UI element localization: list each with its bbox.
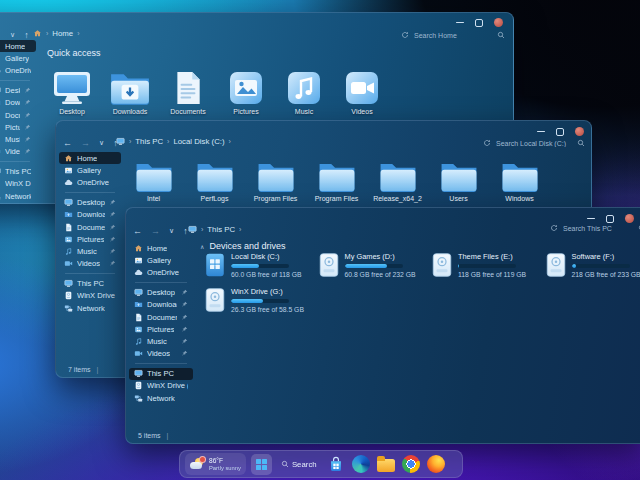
search-icon[interactable] [497,31,505,39]
folder-item-program-files[interactable]: Program Files [306,161,367,202]
maximize-button[interactable] [475,19,483,27]
sidebar-item-network[interactable]: Network [59,302,121,314]
sidebar-item-gallery[interactable]: Gallery [0,52,36,64]
quick-access-item-downloads[interactable]: Downloads [101,59,159,115]
drive-usage-bar [572,264,630,269]
quick-access-item-documents[interactable]: Documents [159,59,217,115]
minimize-button[interactable] [587,218,595,220]
folder-item-program-files[interactable]: Program Files [245,161,306,202]
forward-button[interactable]: → [81,138,90,148]
firefox-button[interactable] [426,454,446,474]
sidebar-item-this-pc[interactable]: This PC [0,166,36,178]
collapse-chevron-icon[interactable]: ∧ [200,243,204,250]
sidebar-item-home[interactable]: Home [129,242,193,254]
sidebar-item-onedrive[interactable]: OneDrive [129,266,193,278]
minimize-button[interactable] [537,131,545,133]
close-button[interactable] [625,214,634,223]
sidebar-item-onedrive[interactable]: OneDrive [0,64,36,76]
sidebar-item-gallery[interactable]: Gallery [59,164,121,176]
sidebar-item-downloads[interactable]: Downloads [0,97,36,109]
sidebar-item-videos[interactable]: Videos [0,146,36,158]
sidebar-item-pictures[interactable]: Pictures [59,233,121,245]
sidebar-item-this-pc[interactable]: This PC [129,368,193,380]
sidebar-item-music[interactable]: Music [129,335,193,347]
sidebar-item-desktop[interactable]: Desktop [59,197,121,209]
sidebar-item-downloads[interactable]: Downloads [59,209,121,221]
sidebar-item-gallery[interactable]: Gallery [129,254,193,266]
back-button[interactable]: ← [63,138,72,148]
breadcrumb-segment-this-pc[interactable]: This PC [207,225,235,234]
up-button[interactable]: ↑ [24,30,29,40]
maximize-button[interactable] [606,215,614,223]
sidebar-item-videos[interactable]: Videos [129,348,193,360]
sidebar-item-onedrive[interactable]: OneDrive [59,176,121,188]
refresh-icon[interactable] [550,224,558,232]
quick-access-item-videos[interactable]: Videos [333,59,391,115]
search-icon[interactable] [577,139,585,147]
drive-usage-fill [345,264,388,269]
drive-item-my-games-d[interactable]: My Games (D:)60.8 GB free of 232 GB [319,252,429,278]
quick-access-item-pictures[interactable]: Pictures [217,59,275,115]
folder-item-release-x64-2[interactable]: Release_x64_2 [367,161,428,202]
sidebar-item-music[interactable]: Music [0,133,36,145]
sidebar-item-pictures[interactable]: Pictures [0,121,36,133]
folder-item-users[interactable]: Users [428,161,489,202]
sidebar-item-documents[interactable]: Documents [0,109,36,121]
sidebar-item-pictures[interactable]: Pictures [129,323,193,335]
quick-access-item-desktop[interactable]: Desktop [43,59,101,115]
refresh-icon[interactable] [483,139,491,147]
quick-access-item-music[interactable]: Music [275,59,333,115]
close-button[interactable] [494,18,503,27]
search-input[interactable]: Search Local Disk (C:) [496,140,572,147]
drive-item-local-disk-c[interactable]: Local Disk (C:)60.0 GB free of 118 GB [205,252,315,278]
search-input[interactable]: Search This PC [563,225,633,232]
back-button[interactable]: ← [133,226,142,236]
folder-item-perflogs[interactable]: PerfLogs [184,161,245,202]
up-button[interactable]: ↑ [183,226,188,236]
sidebar-item-music[interactable]: Music [59,245,121,257]
chevron-down-icon[interactable]: ∨ [99,138,104,148]
close-button[interactable] [575,127,584,136]
drive-item-theme-files-e[interactable]: Theme Files (E:)118 GB free of 119 GB [432,252,542,278]
sidebar-item-documents[interactable]: Documents [59,221,121,233]
maximize-button[interactable] [556,128,564,136]
sidebar-item-desktop[interactable]: Desktop [0,85,36,97]
drive-name: Local Disk (C:) [231,252,315,261]
breadcrumb-segment-local-disk-c[interactable]: Local Disk (C:) [173,137,224,146]
sidebar-item-home[interactable]: Home [0,40,36,52]
folder-item-windows[interactable]: Windows [489,161,550,202]
file-explorer-button[interactable] [376,454,396,474]
sidebar-item-network[interactable]: Network [129,392,193,404]
sidebar-item-desktop[interactable]: Desktop [129,287,193,299]
drive-item-winx-drive-g[interactable]: WinX Drive (G:)26.3 GB free of 58.5 GB [205,287,315,313]
sidebar-item-videos[interactable]: Videos [59,258,121,270]
sidebar-item-this-pc[interactable]: This PC [59,278,121,290]
forward-button[interactable]: → [151,226,160,236]
breadcrumb-segment-home[interactable]: Home [52,29,73,38]
sidebar-item-winx-drive-g[interactable]: WinX Drive (G:) [129,380,193,392]
chevron-down-icon[interactable]: ∨ [169,226,174,236]
sidebar-item-home[interactable]: Home [59,152,121,164]
search-input[interactable]: Search Home [414,32,492,39]
minimize-button[interactable] [456,22,464,24]
start-button[interactable] [251,454,272,475]
chrome-button[interactable] [401,454,421,474]
taskbar-search[interactable]: Search [277,460,321,469]
refresh-icon[interactable] [401,31,409,39]
cloud-icon [64,178,73,187]
sidebar-item-winx-drive-g[interactable]: WinX Drive (G:) [59,290,121,302]
sidebar-item-winx-drive-g[interactable]: WinX Drive (G:) [0,178,36,190]
sidebar-item-downloads[interactable]: Downloads [129,299,193,311]
drive-item-software-f[interactable]: Software (F:)218 GB free of 233 GB [546,252,640,278]
weather-widget[interactable]: 86°F Partly sunny [185,453,246,475]
sidebar-item-documents[interactable]: Documents [129,311,193,323]
store-button[interactable] [326,454,346,474]
home-icon [64,154,73,163]
chevron-down-icon[interactable]: ∨ [10,30,15,40]
folder-item-intel[interactable]: Intel [123,161,184,202]
edge-button[interactable] [351,454,371,474]
breadcrumb-segment-this-pc[interactable]: This PC [135,137,163,146]
pin-icon [24,112,31,119]
sidebar-item-network[interactable]: Network [0,190,36,202]
forward-button[interactable]: → [0,30,1,40]
